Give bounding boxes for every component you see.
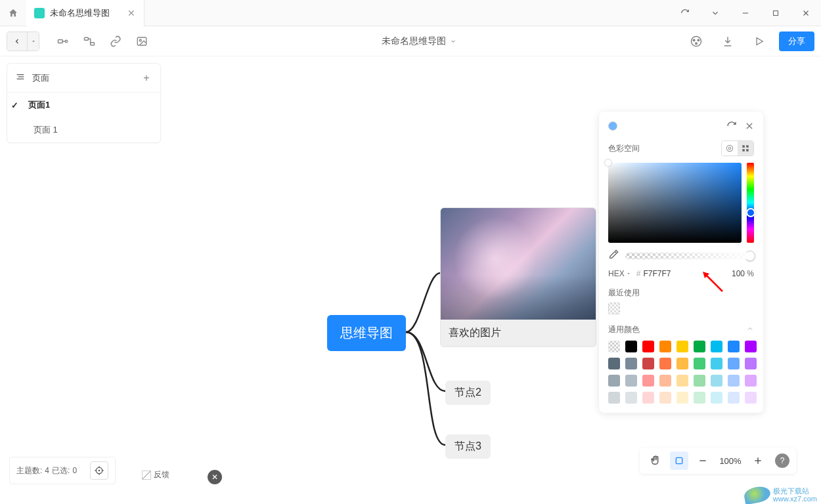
close-picker-button[interactable] (745, 121, 754, 131)
share-button[interactable]: 分享 (779, 32, 814, 51)
color-swatch[interactable] (659, 341, 671, 352)
locate-button[interactable] (90, 461, 108, 480)
watermark-line2: www.xz7.com (773, 495, 817, 503)
color-swatch[interactable] (677, 392, 688, 404)
watermark-logo-icon (743, 485, 772, 504)
common-colors-label: 通用颜色 (608, 324, 640, 335)
color-swatch[interactable] (711, 358, 722, 369)
select-tool-button[interactable] (670, 452, 688, 470)
reset-color-button[interactable] (726, 121, 737, 131)
color-swatch[interactable] (694, 392, 705, 404)
help-button[interactable]: ? (775, 453, 789, 468)
color-swatch[interactable] (745, 375, 757, 387)
image-tool-button[interactable] (130, 30, 154, 53)
minimize-button[interactable] (730, 0, 761, 26)
eyedropper-button[interactable] (608, 249, 619, 262)
collapse-common-button[interactable] (746, 324, 754, 335)
color-swatch[interactable] (745, 341, 757, 352)
saturation-value-picker[interactable] (608, 163, 742, 243)
svg-point-6 (65, 40, 67, 42)
topic-tool-button[interactable] (51, 30, 75, 53)
zoom-value[interactable]: 100% (717, 456, 743, 466)
recent-colors-label: 最近使用 (608, 287, 754, 299)
back-button[interactable] (7, 32, 27, 51)
maximize-button[interactable] (761, 0, 791, 26)
color-swatch[interactable] (625, 341, 637, 352)
color-swatch[interactable] (728, 392, 740, 404)
color-swatch[interactable] (694, 358, 705, 369)
selected-count: 0 (72, 466, 77, 475)
color-swatch[interactable] (694, 375, 705, 387)
hue-cursor (746, 208, 755, 217)
close-window-button[interactable] (791, 0, 821, 26)
color-swatch[interactable] (711, 375, 722, 387)
root-node[interactable]: 思维导图 (327, 315, 406, 351)
zoom-in-button[interactable] (749, 452, 767, 470)
document-title-text: 未命名思维导图 (382, 35, 446, 47)
hue-slider[interactable] (747, 163, 754, 243)
color-swatch[interactable] (642, 358, 654, 369)
document-title[interactable]: 未命名思维导图 (382, 35, 456, 47)
svg-rect-23 (746, 145, 749, 148)
opacity-input[interactable]: 100 % (732, 269, 754, 278)
zoom-out-button[interactable] (694, 452, 712, 470)
color-swatch[interactable] (642, 392, 654, 404)
color-swatch[interactable] (625, 392, 637, 404)
present-button[interactable] (747, 30, 771, 53)
picker-mode-wheel[interactable] (722, 141, 738, 156)
svg-rect-25 (746, 149, 749, 152)
pan-tool-button[interactable] (646, 452, 665, 470)
status-bar: 主题数: 4 已选: 0 (9, 457, 116, 484)
color-swatch[interactable] (608, 358, 620, 369)
color-swatch[interactable] (745, 358, 757, 369)
selected-label: 已选: (52, 465, 70, 476)
clear-button[interactable]: ✕ (208, 470, 222, 484)
home-button[interactable] (0, 0, 26, 26)
color-picker-panel: 色彩空间 HEX #F7F7F7 100 % 最近使用 (599, 112, 763, 413)
color-swatch[interactable] (728, 341, 740, 352)
feedback-button[interactable]: 反馈 (138, 465, 173, 484)
chevron-down-icon (450, 38, 456, 45)
picker-mode-grid[interactable] (738, 141, 753, 156)
hex-format-select[interactable]: HEX (608, 269, 631, 278)
color-swatch[interactable] (608, 392, 620, 404)
color-swatch[interactable] (659, 375, 671, 387)
hex-input[interactable]: #F7F7F7 (636, 269, 726, 278)
opacity-slider[interactable] (625, 253, 754, 259)
svg-rect-8 (91, 42, 95, 45)
theme-button[interactable] (684, 30, 708, 53)
color-swatch[interactable] (711, 392, 722, 404)
color-swatch[interactable] (745, 392, 757, 404)
color-swatch[interactable] (728, 358, 740, 369)
color-swatch[interactable] (677, 358, 688, 369)
refresh-button[interactable] (670, 0, 700, 26)
titlebar: 未命名思维导图 ✕ (0, 0, 821, 26)
svg-point-14 (696, 43, 698, 45)
leaf-node-3[interactable]: 节点3 (445, 434, 491, 459)
color-swatch[interactable] (625, 375, 637, 387)
color-swatch[interactable] (677, 375, 688, 387)
dropdown-button[interactable] (700, 0, 730, 26)
history-dropdown-button[interactable] (27, 32, 39, 51)
subtopic-tool-button[interactable] (78, 30, 101, 53)
color-swatch[interactable] (642, 341, 654, 352)
swatch-transparent[interactable] (608, 341, 620, 352)
recent-swatch-empty[interactable] (608, 303, 620, 314)
color-swatch[interactable] (694, 341, 705, 352)
color-swatch[interactable] (659, 392, 671, 404)
color-swatch[interactable] (677, 341, 688, 352)
image-node[interactable]: 喜欢的图片 (440, 207, 596, 347)
tab-close-button[interactable]: ✕ (127, 9, 136, 18)
document-tab[interactable]: 未命名思维导图 ✕ (26, 0, 144, 26)
image-node-label: 喜欢的图片 (441, 320, 596, 346)
color-swatch[interactable] (711, 341, 722, 352)
color-swatch[interactable] (728, 375, 740, 387)
color-swatch[interactable] (642, 375, 654, 387)
color-swatch[interactable] (659, 358, 671, 369)
tab-title: 未命名思维导图 (50, 7, 122, 19)
color-swatch[interactable] (625, 358, 637, 369)
link-tool-button[interactable] (104, 30, 127, 53)
leaf-node-2[interactable]: 节点2 (445, 381, 491, 405)
download-button[interactable] (716, 30, 740, 53)
color-swatch[interactable] (608, 375, 620, 387)
